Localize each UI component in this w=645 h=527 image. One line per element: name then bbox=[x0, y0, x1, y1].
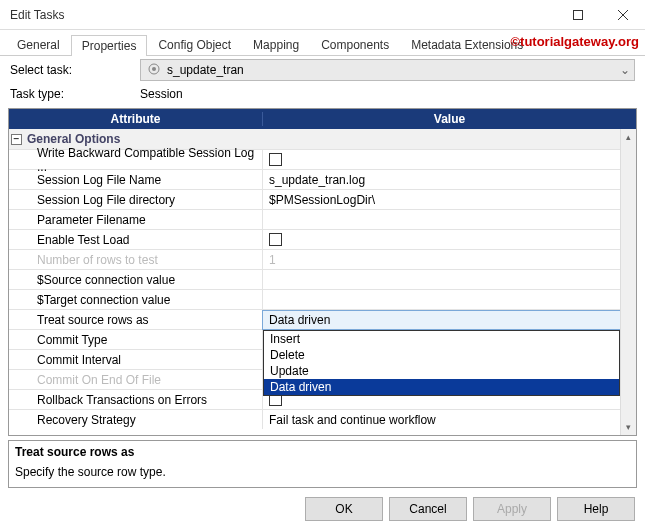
select-task-label: Select task: bbox=[10, 63, 140, 77]
tab-properties[interactable]: Properties bbox=[71, 35, 148, 56]
attr-value[interactable]: Data driven ⌄ bbox=[263, 310, 636, 329]
description-title: Treat source rows as bbox=[15, 445, 630, 459]
attr-value[interactable]: s_update_tran.log bbox=[263, 170, 636, 189]
dropdown-list[interactable]: Insert Delete Update Data driven bbox=[263, 330, 620, 396]
header-value: Value bbox=[263, 112, 636, 126]
table-row: $Source connection value bbox=[9, 269, 636, 289]
svg-point-4 bbox=[152, 67, 156, 71]
table-row: Treat source rows as Data driven ⌄ bbox=[9, 309, 636, 329]
attr-label: Rollback Transactions on Errors bbox=[9, 390, 263, 409]
table-row: Write Backward Compatible Session Log ..… bbox=[9, 149, 636, 169]
grid-body: − General Options Write Backward Compati… bbox=[9, 129, 636, 435]
attr-label: Enable Test Load bbox=[9, 230, 263, 249]
tab-mapping[interactable]: Mapping bbox=[242, 34, 310, 55]
select-task-dropdown[interactable]: s_update_tran ⌄ bbox=[140, 59, 635, 81]
attr-label: Session Log File Name bbox=[9, 170, 263, 189]
attr-label: Commit Interval bbox=[9, 350, 263, 369]
description-panel: Treat source rows as Specify the source … bbox=[8, 440, 637, 488]
checkbox[interactable] bbox=[269, 233, 282, 246]
select-task-value: s_update_tran bbox=[167, 63, 244, 77]
attr-label: Write Backward Compatible Session Log ..… bbox=[9, 150, 263, 169]
attr-label: Commit Type bbox=[9, 330, 263, 349]
attr-label: $Source connection value bbox=[9, 270, 263, 289]
dropdown-option-update[interactable]: Update bbox=[264, 363, 619, 379]
properties-grid: Attribute Value − General Options Write … bbox=[8, 108, 637, 436]
attr-value[interactable] bbox=[263, 230, 636, 249]
table-row: Recovery Strategy Fail task and continue… bbox=[9, 409, 636, 429]
help-button[interactable]: Help bbox=[557, 497, 635, 521]
tab-components[interactable]: Components bbox=[310, 34, 400, 55]
attr-label: Session Log File directory bbox=[9, 190, 263, 209]
titlebar: Edit Tasks bbox=[0, 0, 645, 30]
table-row: $Target connection value bbox=[9, 289, 636, 309]
table-row: Enable Test Load bbox=[9, 229, 636, 249]
attr-label: Parameter Filename bbox=[9, 210, 263, 229]
scroll-up-icon[interactable]: ▴ bbox=[621, 129, 636, 145]
watermark: ©tutorialgateway.org bbox=[510, 34, 639, 49]
table-row: Parameter Filename bbox=[9, 209, 636, 229]
tab-bar: General Properties Config Object Mapping… bbox=[0, 30, 645, 56]
dropdown-value: Data driven bbox=[269, 313, 330, 327]
svg-rect-0 bbox=[573, 10, 582, 19]
select-task-row: Select task: s_update_tran ⌄ bbox=[0, 56, 645, 84]
close-button[interactable] bbox=[600, 0, 645, 30]
grid-header: Attribute Value bbox=[9, 109, 636, 129]
table-row: Session Log File directory $PMSessionLog… bbox=[9, 189, 636, 209]
dropdown-option-data-driven[interactable]: Data driven bbox=[264, 379, 619, 395]
header-attribute: Attribute bbox=[9, 112, 263, 126]
attr-label: Commit On End Of File bbox=[9, 370, 263, 389]
attr-value[interactable]: $PMSessionLogDir\ bbox=[263, 190, 636, 209]
task-type-row: Task type: Session bbox=[0, 84, 645, 104]
task-icon bbox=[147, 62, 161, 79]
dropdown-option-delete[interactable]: Delete bbox=[264, 347, 619, 363]
table-row: Session Log File Name s_update_tran.log bbox=[9, 169, 636, 189]
description-text: Specify the source row type. bbox=[15, 465, 630, 479]
attr-value: 1 bbox=[263, 250, 636, 269]
attr-value[interactable] bbox=[263, 290, 636, 309]
dropdown-option-insert[interactable]: Insert bbox=[264, 331, 619, 347]
attr-value[interactable]: Fail task and continue workflow bbox=[263, 410, 636, 429]
task-type-label: Task type: bbox=[10, 87, 140, 101]
chevron-down-icon: ⌄ bbox=[620, 63, 630, 77]
cancel-button[interactable]: Cancel bbox=[389, 497, 467, 521]
apply-button: Apply bbox=[473, 497, 551, 521]
attr-value[interactable] bbox=[263, 150, 636, 169]
footer-buttons: OK Cancel Apply Help bbox=[305, 497, 635, 521]
treat-source-rows-dropdown[interactable]: Data driven ⌄ bbox=[262, 310, 636, 330]
vertical-scrollbar[interactable]: ▴ ▾ bbox=[620, 129, 636, 435]
attr-value[interactable] bbox=[263, 210, 636, 229]
tab-config-object[interactable]: Config Object bbox=[147, 34, 242, 55]
attr-value[interactable] bbox=[263, 270, 636, 289]
tab-general[interactable]: General bbox=[6, 34, 71, 55]
attr-label: $Target connection value bbox=[9, 290, 263, 309]
group-label: General Options bbox=[27, 132, 120, 146]
window-title: Edit Tasks bbox=[10, 8, 555, 22]
attr-label: Recovery Strategy bbox=[9, 410, 263, 429]
attr-label: Treat source rows as bbox=[9, 310, 263, 329]
checkbox[interactable] bbox=[269, 153, 282, 166]
scroll-down-icon[interactable]: ▾ bbox=[621, 419, 636, 435]
maximize-button[interactable] bbox=[555, 0, 600, 30]
table-row: Number of rows to test 1 bbox=[9, 249, 636, 269]
ok-button[interactable]: OK bbox=[305, 497, 383, 521]
attr-label: Number of rows to test bbox=[9, 250, 263, 269]
task-type-value: Session bbox=[140, 87, 183, 101]
collapse-icon[interactable]: − bbox=[11, 134, 22, 145]
